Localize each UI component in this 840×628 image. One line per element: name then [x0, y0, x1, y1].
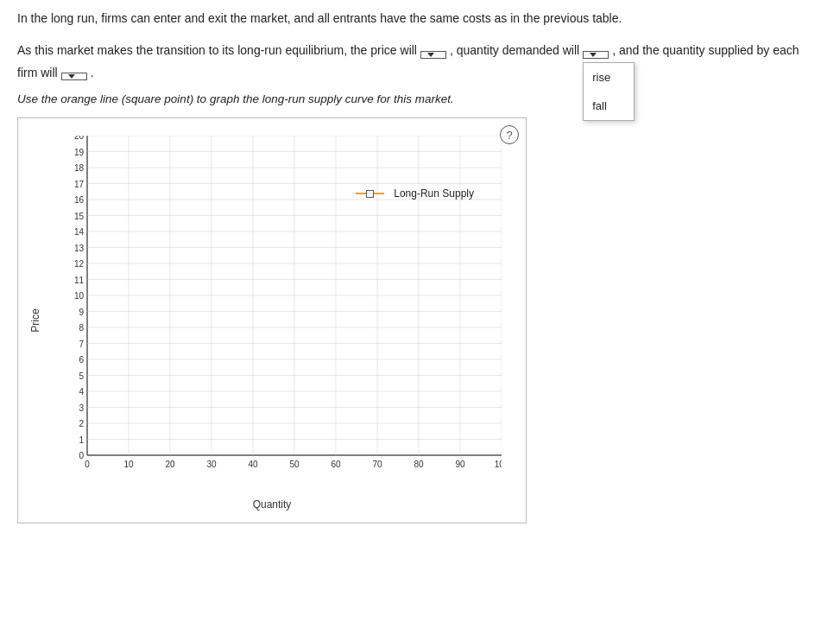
quantity-demanded-dropdown-arrow — [590, 53, 597, 57]
quantity-demanded-dropdown-wrapper[interactable]: rise fall — [583, 40, 609, 61]
chart-svg[interactable]: 0 1 2 3 4 5 6 7 8 9 10 11 12 13 14 15 16… — [61, 136, 502, 473]
svg-text:4: 4 — [79, 387, 84, 396]
svg-text:20: 20 — [165, 460, 175, 469]
firm-supply-dropdown-arrow — [68, 74, 75, 79]
question-text-1: As this market makes the transition to i… — [17, 40, 417, 61]
svg-text:0: 0 — [85, 460, 90, 469]
question-text-4: firm will — [17, 66, 58, 79]
legend-line-right — [374, 193, 384, 194]
help-icon[interactable]: ? — [500, 125, 519, 144]
svg-text:10: 10 — [74, 291, 85, 301]
y-ticks: 0 1 2 3 4 5 6 7 8 9 10 11 12 13 14 15 16… — [74, 136, 85, 460]
svg-text:80: 80 — [414, 460, 424, 469]
svg-text:40: 40 — [248, 460, 258, 469]
y-axis-label: Price — [29, 308, 41, 332]
svg-text:2: 2 — [79, 419, 84, 428]
svg-text:3: 3 — [79, 403, 84, 413]
svg-text:6: 6 — [79, 355, 84, 365]
svg-text:19: 19 — [74, 148, 85, 157]
legend-square-point[interactable] — [366, 190, 374, 198]
svg-text:30: 30 — [206, 460, 217, 469]
svg-text:17: 17 — [74, 180, 85, 189]
svg-text:50: 50 — [289, 460, 300, 469]
svg-text:60: 60 — [331, 460, 341, 469]
chart-legend: Long-Run Supply — [356, 187, 474, 200]
legend-line-left — [356, 193, 366, 194]
svg-text:7: 7 — [79, 339, 84, 349]
question-line-1: As this market makes the transition to i… — [17, 40, 823, 61]
svg-text:13: 13 — [74, 244, 85, 253]
svg-text:15: 15 — [74, 212, 85, 221]
instructions-text: Use the orange line (square point) to gr… — [17, 92, 823, 105]
svg-text:9: 9 — [79, 308, 84, 317]
question-text-3: , and the quantity supplied by each — [612, 40, 799, 61]
legend-label-long-run-supply: Long-Run Supply — [394, 187, 474, 200]
svg-text:16: 16 — [74, 195, 85, 205]
price-dropdown-wrapper[interactable] — [420, 40, 446, 61]
question-text-5: . — [91, 66, 94, 79]
price-dropdown-arrow — [427, 53, 434, 57]
svg-text:14: 14 — [74, 227, 85, 237]
svg-text:18: 18 — [74, 163, 85, 173]
legend-item-long-run-supply: Long-Run Supply — [356, 187, 474, 200]
svg-text:100: 100 — [495, 460, 502, 469]
x-axis-label: Quantity — [253, 498, 292, 511]
x-ticks: 0 10 20 30 40 50 60 70 80 90 100 — [85, 460, 502, 469]
quantity-demanded-dropdown-button[interactable] — [583, 51, 609, 59]
svg-text:70: 70 — [372, 460, 382, 469]
firm-supply-dropdown-button[interactable] — [61, 73, 87, 80]
second-question-line: firm will . — [17, 66, 823, 81]
svg-text:0: 0 — [79, 451, 84, 460]
firm-supply-dropdown-wrapper[interactable] — [61, 66, 87, 81]
svg-text:20: 20 — [74, 136, 85, 141]
svg-text:5: 5 — [79, 371, 84, 381]
question-text-2: , quantity demanded will — [450, 40, 579, 61]
svg-text:10: 10 — [123, 460, 134, 469]
chart-container: ? Price — [17, 117, 527, 523]
price-dropdown-button[interactable] — [420, 51, 446, 59]
svg-text:8: 8 — [79, 323, 84, 333]
svg-text:1: 1 — [79, 435, 84, 445]
intro-paragraph: In the long run, firms can enter and exi… — [17, 9, 823, 28]
svg-text:11: 11 — [74, 276, 85, 285]
quantity-demanded-dropdown-menu: rise fall — [583, 62, 635, 122]
menu-item-fall[interactable]: fall — [584, 92, 634, 120]
svg-text:90: 90 — [455, 460, 465, 469]
menu-item-rise[interactable]: rise — [584, 63, 634, 92]
svg-text:12: 12 — [74, 259, 85, 269]
